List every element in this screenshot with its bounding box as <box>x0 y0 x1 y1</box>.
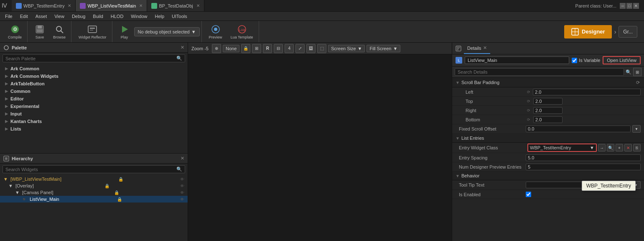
play-button[interactable]: Play <box>116 23 133 41</box>
menu-view[interactable]: View <box>51 13 68 20</box>
none-button[interactable]: None <box>223 45 239 52</box>
menu-file[interactable]: File <box>2 13 16 20</box>
save-button[interactable]: Save <box>31 23 48 41</box>
palette-close[interactable]: ✕ <box>181 45 184 50</box>
fill-screen-dropdown[interactable]: Fill Screen ▼ <box>367 45 400 52</box>
widget-reflector-button[interactable]: Widget Reflector <box>75 23 110 41</box>
arrow-icon: ▶ <box>5 74 8 78</box>
palette-item-lists[interactable]: ▶ Lists <box>0 125 188 133</box>
maximize-button[interactable]: □ <box>626 3 632 9</box>
hier-item-root[interactable]: ▼ [WBP_ListViewTestMain] 🔒 👁 <box>0 176 188 182</box>
menu-edit[interactable]: Edit <box>17 13 31 20</box>
graph-button[interactable]: Gr... <box>619 26 637 38</box>
entry-widget-copy-btn[interactable]: ⎘ <box>633 144 641 151</box>
palette-item-ark-common-widgets[interactable]: ▶ Ark Common Widgets <box>0 72 188 80</box>
section-behavior[interactable]: ▼ Behavior <box>452 172 644 180</box>
section-list-entries[interactable]: ▼ List Entries <box>452 134 644 143</box>
spinner-top[interactable]: ⟳ <box>526 98 532 104</box>
browse-button[interactable]: Browse <box>49 23 69 41</box>
palette-item-common[interactable]: ▶ Common <box>0 87 188 95</box>
palette-item-kantan-charts[interactable]: ▶ Kantan Charts <box>0 118 188 125</box>
eye-icon[interactable]: 👁 <box>180 184 184 188</box>
tab3-close[interactable]: ✕ <box>196 3 200 8</box>
preview-button[interactable]: Preview <box>205 23 226 41</box>
screen-size-dropdown[interactable]: Screen Size ▼ <box>328 45 365 52</box>
lua-template-label: Lua Template <box>231 35 253 39</box>
img2-btn[interactable]: ⬚ <box>317 44 326 53</box>
toolbar: ⚙ Compile Save Browse Widget Reflector <box>0 21 644 43</box>
entry-widget-class-dropdown[interactable]: WBP_TestItemEntry ▼ <box>527 144 597 152</box>
arrows-btn[interactable]: ⤢ <box>295 44 305 53</box>
tab1-close[interactable]: ✕ <box>68 3 71 8</box>
palette-item-experimental[interactable]: ▶ Experimental <box>0 103 188 110</box>
menu-window[interactable]: Window <box>127 13 150 20</box>
hierarchy-search-input[interactable] <box>5 167 175 172</box>
lua-template-button[interactable]: Lua Lua Template <box>227 23 257 41</box>
details-tab[interactable]: Details ✕ <box>464 43 490 54</box>
is-variable-checkbox[interactable] <box>572 58 577 63</box>
minimize-button[interactable]: ─ <box>620 3 626 9</box>
lock-btn[interactable]: 🔒 <box>241 44 250 53</box>
entry-widget-arrow-btn[interactable]: → <box>598 144 606 151</box>
snap-btn[interactable]: ⊞ <box>252 44 261 53</box>
menu-build[interactable]: Build <box>89 13 106 20</box>
hier-item-canvas-panel[interactable]: ▼ [Canvas Panel] 🔒 👁 <box>0 189 188 196</box>
prop-input-left[interactable] <box>533 89 641 95</box>
entry-widget-add-btn[interactable]: + <box>616 144 623 151</box>
tab-1[interactable]: WBP_TestItemEntry ✕ <box>12 0 76 11</box>
open-listview-button[interactable]: Open ListView <box>603 56 641 64</box>
palette-search-input[interactable] <box>5 56 175 61</box>
menu-hlod[interactable]: HLOD <box>107 13 127 20</box>
prop-input-right[interactable] <box>533 107 563 114</box>
prop-label-num-preview: Num Designer Preview Entries <box>459 164 526 169</box>
r-btn[interactable]: R <box>263 44 272 53</box>
grid-icon-btn[interactable]: ⊕ <box>212 44 221 53</box>
spinner-bottom[interactable]: ⟳ <box>526 117 532 123</box>
fixed-scroll-arrow[interactable]: ▼ <box>632 125 641 133</box>
is-enabled-checkbox[interactable] <box>526 192 531 197</box>
close-button[interactable]: ✕ <box>633 3 639 9</box>
columns-button[interactable]: ⊞ <box>633 68 641 76</box>
detail-search-input[interactable] <box>455 68 624 76</box>
menu-help[interactable]: Help <box>151 13 168 20</box>
hier-item-overlay[interactable]: ▼ [Overlay] 🔒 👁 <box>0 182 188 189</box>
details-tab-close[interactable]: ✕ <box>483 45 487 51</box>
designer-button[interactable]: Designer <box>564 25 612 38</box>
tab-2[interactable]: WBP_ListViewTestMain ✕ <box>76 0 147 11</box>
hierarchy-close[interactable]: ✕ <box>181 156 184 161</box>
is-variable-label: Is Variable <box>579 58 600 63</box>
palette-item-label: Editor <box>10 96 24 101</box>
prop-label-tooltip: Tool Tip Text <box>459 182 526 187</box>
tab2-close[interactable]: ✕ <box>139 3 143 8</box>
spinner-right[interactable]: ⟳ <box>526 108 532 113</box>
compile-button[interactable]: ⚙ Compile <box>4 23 25 41</box>
prop-value-fixed-scroll: ▼ <box>526 125 641 133</box>
palette-item-editor[interactable]: ▶ Editor <box>0 95 188 103</box>
section-scroll-bar-padding[interactable]: ▼ Scroll Bar Padding ⟳ <box>452 78 644 87</box>
eye-icon[interactable]: 👁 <box>180 190 184 195</box>
prop-input-top[interactable] <box>533 98 563 105</box>
entry-widget-search-btn[interactable]: 🔍 <box>607 144 614 151</box>
tab-3[interactable]: BP_TestDataObj ✕ <box>147 0 204 11</box>
hier-item-listview-main[interactable]: ◾ ListView_Main 🔒 👁 <box>0 196 188 203</box>
four-btn[interactable]: 4 <box>285 44 294 53</box>
img-btn[interactable]: 🖼 <box>306 44 316 53</box>
eye-icon[interactable]: 👁 <box>180 197 184 202</box>
title-bar-right: Parent class: User... ─ □ ✕ <box>575 3 642 9</box>
prop-input-entry-spacing[interactable] <box>526 154 641 161</box>
menu-asset[interactable]: Asset <box>32 13 51 20</box>
prop-input-fixed-scroll[interactable] <box>526 126 631 132</box>
menu-uitools[interactable]: UITools <box>168 13 191 20</box>
palette-item-ark-common[interactable]: ▶ Ark Common <box>0 65 188 72</box>
palette-item-arktablebutton[interactable]: ▶ ArkTableButton <box>0 80 188 87</box>
eye-icon[interactable]: 👁 <box>180 177 184 182</box>
entry-widget-remove-btn[interactable]: ✕ <box>624 144 632 151</box>
widget-name-input[interactable] <box>465 56 569 64</box>
prop-input-bottom[interactable] <box>533 116 563 123</box>
prop-input-num-preview[interactable] <box>526 164 641 170</box>
menu-debug[interactable]: Debug <box>69 13 89 20</box>
grid-btn[interactable]: ⊟ <box>274 44 283 53</box>
debug-filter-dropdown[interactable]: No debug object selected ▼ <box>134 27 200 36</box>
palette-item-input[interactable]: ▶ Input <box>0 110 188 118</box>
spinner-left[interactable]: ⟳ <box>526 89 531 95</box>
